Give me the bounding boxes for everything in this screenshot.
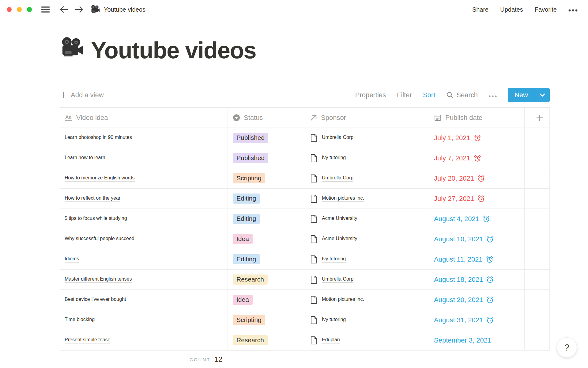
video-idea-cell[interactable]: Best device I've ever bought xyxy=(60,290,228,310)
table-row[interactable]: Learn how to learn Published Ivy tutorin… xyxy=(60,148,550,168)
view-more-options-icon[interactable] xyxy=(489,91,497,99)
column-header-video-idea[interactable]: Aa Video idea xyxy=(60,108,228,128)
forward-arrow-icon[interactable] xyxy=(75,6,84,13)
new-record-button[interactable]: New xyxy=(508,88,550,102)
video-idea-title[interactable]: Master different English tenses xyxy=(65,276,132,283)
breadcrumb-page-title[interactable]: Youtube videos xyxy=(104,6,145,13)
sponsor-page-link[interactable]: Umbrella Corp xyxy=(322,135,353,141)
video-idea-title[interactable]: Why successful people succeed xyxy=(65,236,134,242)
table-row[interactable]: Best device I've ever bought Idea Motion… xyxy=(60,290,550,310)
status-badge[interactable]: Idea xyxy=(233,295,253,305)
video-idea-cell[interactable]: 5 tips to focus while studying xyxy=(60,209,228,229)
sponsor-page-link[interactable]: Motion pictures inc. xyxy=(322,297,364,303)
table-footer[interactable]: COUNT 12 xyxy=(60,351,228,368)
video-idea-title[interactable]: Idioms xyxy=(65,256,79,263)
publish-date-cell[interactable]: August 4, 2021 xyxy=(429,209,525,229)
add-view-button[interactable]: Add a view xyxy=(60,91,104,99)
zoom-window-button[interactable] xyxy=(27,7,32,12)
sponsor-page-link[interactable]: Motion pictures inc. xyxy=(322,195,364,202)
sponsor-cell[interactable]: Umbrella Corp xyxy=(305,128,429,148)
status-cell[interactable]: Editing xyxy=(228,209,305,229)
sponsor-cell[interactable]: Motion pictures inc. xyxy=(305,290,429,310)
sponsor-cell[interactable]: Motion pictures inc. xyxy=(305,189,429,209)
sidebar-menu-icon[interactable] xyxy=(41,6,50,13)
sponsor-cell[interactable]: Acme University xyxy=(305,229,429,249)
sponsor-page-link[interactable]: Ivy tutoring xyxy=(322,155,346,161)
page-title[interactable]: Youtube videos xyxy=(91,39,256,62)
table-row[interactable]: How to reflect on the year Editing Motio… xyxy=(60,189,550,209)
publish-date-cell[interactable]: July 27, 2021 xyxy=(429,189,525,209)
publish-date-cell[interactable]: July 20, 2021 xyxy=(429,168,525,188)
video-idea-title[interactable]: Learn how to learn xyxy=(65,155,105,161)
status-cell[interactable]: Idea xyxy=(228,229,305,249)
column-header-status[interactable]: Status xyxy=(228,108,305,128)
help-button[interactable]: ? xyxy=(557,337,577,358)
status-cell[interactable]: Research xyxy=(228,330,305,350)
video-idea-title[interactable]: 5 tips to focus while studying xyxy=(65,216,127,222)
column-header-publish-date[interactable]: Publish date xyxy=(429,108,525,128)
sponsor-cell[interactable]: Ivy tutoring xyxy=(305,249,429,269)
status-badge[interactable]: Editing xyxy=(233,194,260,204)
sort-button[interactable]: Sort xyxy=(423,91,435,99)
page-icon-movie-camera[interactable] xyxy=(60,36,84,62)
table-row[interactable]: How to memorize English words Scripting … xyxy=(60,168,550,189)
updates-button[interactable]: Updates xyxy=(500,6,523,13)
video-idea-title[interactable]: Time blocking xyxy=(65,317,95,323)
add-column-button[interactable] xyxy=(525,108,550,128)
sponsor-cell[interactable]: Umbrella Corp xyxy=(305,168,429,188)
more-options-icon[interactable] xyxy=(568,6,578,13)
status-cell[interactable]: Published xyxy=(228,128,305,148)
status-cell[interactable]: Idea xyxy=(228,290,305,310)
sponsor-cell[interactable]: Ivy tutoring xyxy=(305,148,429,168)
sponsor-page-link[interactable]: Umbrella Corp xyxy=(322,276,353,283)
sponsor-page-link[interactable]: Acme University xyxy=(322,216,357,222)
sponsor-page-link[interactable]: Acme University xyxy=(322,236,357,242)
status-badge[interactable]: Editing xyxy=(233,254,260,264)
status-badge[interactable]: Scripting xyxy=(233,315,265,325)
properties-button[interactable]: Properties xyxy=(355,91,386,99)
video-idea-cell[interactable]: Why successful people succeed xyxy=(60,229,228,249)
status-badge[interactable]: Editing xyxy=(233,214,260,224)
video-idea-cell[interactable]: Learn photoshop in 90 minutes xyxy=(60,128,228,148)
status-cell[interactable]: Research xyxy=(228,270,305,289)
status-badge[interactable]: Published xyxy=(233,153,268,163)
status-badge[interactable]: Scripting xyxy=(233,173,265,183)
video-idea-cell[interactable]: Present simple tense xyxy=(60,330,228,350)
back-arrow-icon[interactable] xyxy=(60,6,68,13)
status-cell[interactable]: Editing xyxy=(228,249,305,269)
sponsor-cell[interactable]: Ivy tutoring xyxy=(305,310,429,330)
share-button[interactable]: Share xyxy=(472,6,488,13)
status-badge[interactable]: Idea xyxy=(233,234,253,244)
table-row[interactable]: Time blocking Scripting Ivy tutoring Aug… xyxy=(60,310,550,330)
video-idea-cell[interactable]: Idioms xyxy=(60,249,228,269)
publish-date-cell[interactable]: August 31, 2021 xyxy=(429,310,525,330)
publish-date-cell[interactable]: September 3, 2021 xyxy=(429,330,525,350)
video-idea-cell[interactable]: Time blocking xyxy=(60,310,228,330)
publish-date-cell[interactable]: August 18, 2021 xyxy=(429,270,525,289)
status-badge[interactable]: Published xyxy=(233,133,268,143)
sponsor-cell[interactable]: Eduplan xyxy=(305,330,429,350)
table-row[interactable]: Learn photoshop in 90 minutes Published … xyxy=(60,128,550,148)
favorite-button[interactable]: Favorite xyxy=(535,6,557,13)
sponsor-page-link[interactable]: Eduplan xyxy=(322,337,340,343)
close-window-button[interactable] xyxy=(7,7,12,12)
sponsor-page-link[interactable]: Ivy tutoring xyxy=(322,317,346,323)
publish-date-cell[interactable]: August 11, 2021 xyxy=(429,249,525,269)
table-row[interactable]: Master different English tenses Research… xyxy=(60,270,550,290)
video-idea-cell[interactable]: Learn how to learn xyxy=(60,148,228,168)
status-cell[interactable]: Published xyxy=(228,148,305,168)
video-idea-title[interactable]: How to reflect on the year xyxy=(65,195,120,202)
video-idea-cell[interactable]: Master different English tenses xyxy=(60,270,228,289)
video-idea-cell[interactable]: How to reflect on the year xyxy=(60,189,228,209)
status-badge[interactable]: Research xyxy=(233,335,268,345)
sponsor-page-link[interactable]: Ivy tutoring xyxy=(322,256,346,263)
video-idea-cell[interactable]: How to memorize English words xyxy=(60,168,228,188)
video-idea-title[interactable]: Present simple tense xyxy=(65,337,110,343)
publish-date-cell[interactable]: July 7, 2021 xyxy=(429,148,525,168)
video-idea-title[interactable]: How to memorize English words xyxy=(65,175,135,182)
status-cell[interactable]: Scripting xyxy=(228,168,305,188)
chevron-down-icon[interactable] xyxy=(535,88,550,102)
publish-date-cell[interactable]: July 1, 2021 xyxy=(429,128,525,148)
table-row[interactable]: Idioms Editing Ivy tutoring August 11, 2… xyxy=(60,249,550,270)
filter-button[interactable]: Filter xyxy=(397,91,412,99)
